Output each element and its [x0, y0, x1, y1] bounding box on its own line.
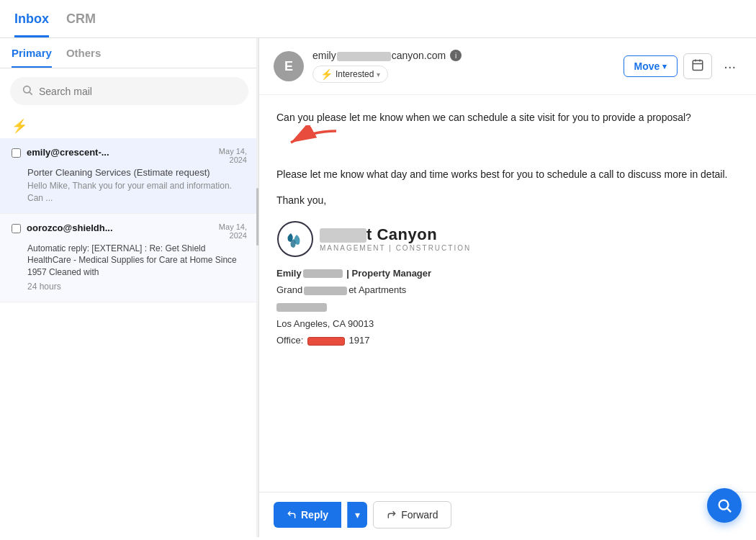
- move-button-label: Move: [634, 60, 660, 72]
- badge-chevron-icon: ▾: [377, 71, 380, 78]
- svg-line-9: [727, 508, 731, 512]
- status-badge-row: ⚡ Interested ▾: [312, 66, 615, 83]
- signer-office: Office: 1917: [276, 332, 739, 348]
- email-content: E emilycanyon.com i ⚡ Interested ▾: [259, 38, 756, 537]
- email-date-1: May 14, 2024: [219, 147, 247, 164]
- scroll-indicator: [256, 38, 258, 537]
- email-list: emily@crescent-... May 14, 2024 Porter C…: [0, 138, 258, 537]
- signature-details: Emily | Property Manager Grandet Apartme…: [276, 265, 739, 349]
- email-item-2[interactable]: oorozco@shieldh... May 14, 2024 Automati…: [0, 214, 258, 302]
- reply-bar: Reply ▾ Forward: [259, 492, 756, 537]
- svg-rect-2: [693, 60, 703, 71]
- tab-crm[interactable]: CRM: [66, 12, 96, 37]
- tab-inbox[interactable]: Inbox: [14, 12, 49, 37]
- top-navigation: Inbox CRM: [0, 0, 756, 38]
- reply-button-label: Reply: [301, 509, 328, 521]
- sidebar-tab-primary[interactable]: Primary: [12, 47, 52, 68]
- signer-name: Emily | Property Manager: [276, 268, 431, 279]
- company-logo-icon: [276, 220, 314, 258]
- forward-button[interactable]: Forward: [373, 501, 451, 528]
- sidebar-tabs: Primary Others: [0, 38, 258, 68]
- fab-search-button[interactable]: [707, 488, 742, 523]
- svg-line-1: [30, 92, 32, 95]
- red-arrow-annotation: [282, 125, 340, 156]
- email-subject-2: Automatic reply: [EXTERNAL] : Re: Get Sh…: [27, 243, 247, 279]
- email-preview-1: Hello Mike, Thank you for your email and…: [27, 180, 247, 204]
- calendar-button[interactable]: [683, 53, 712, 79]
- email-date-2: May 14, 2024: [219, 222, 247, 240]
- forward-button-label: Forward: [401, 509, 438, 521]
- scroll-thumb[interactable]: [256, 188, 258, 246]
- lightning-row: ⚡: [0, 114, 258, 138]
- lightning-bolt-icon: ⚡: [12, 118, 27, 134]
- move-button[interactable]: Move ▾: [624, 55, 678, 77]
- email-sender-1: emily@crescent-...: [27, 147, 213, 158]
- sidebar-tab-others[interactable]: Others: [66, 47, 101, 68]
- email-preview-2: 24 hours: [27, 281, 247, 293]
- search-bar: [10, 77, 248, 105]
- reply-button[interactable]: Reply: [274, 502, 341, 528]
- email-body-paragraph-3: Thank you,: [276, 192, 739, 208]
- email-header-actions: Move ▾ ···: [624, 53, 742, 79]
- email-body: Can you please let me know when we can s…: [259, 95, 756, 492]
- main-layout: Primary Others ⚡ emily@crescent-...: [0, 38, 756, 537]
- move-chevron-icon: ▾: [662, 62, 667, 71]
- search-icon: [22, 84, 33, 98]
- email-detail-header: E emilycanyon.com i ⚡ Interested ▾: [259, 38, 756, 95]
- email-sender-2: oorozco@shieldh...: [27, 222, 213, 233]
- email-checkbox-2[interactable]: [12, 224, 21, 233]
- avatar: E: [274, 51, 304, 81]
- reply-dropdown-chevron-icon: ▾: [355, 509, 360, 521]
- sidebar: Primary Others ⚡ emily@crescent-...: [0, 38, 259, 537]
- more-options-button[interactable]: ···: [718, 55, 742, 78]
- email-from-address: emilycanyon.com: [312, 50, 446, 61]
- email-subject-1: Porter Cleaning Services (Estimate reque…: [27, 167, 247, 178]
- signature-logo: t Canyon MANAGEMENT | CONSTRUCTION: [276, 220, 739, 258]
- logo-text-block: t Canyon MANAGEMENT | CONSTRUCTION: [320, 225, 471, 252]
- status-badge-label: Interested: [336, 69, 374, 79]
- email-checkbox-1[interactable]: [12, 148, 21, 158]
- reply-dropdown-button[interactable]: ▾: [347, 502, 367, 528]
- signer-city: Los Angeles, CA 90013: [276, 315, 739, 332]
- reply-icon: [287, 510, 297, 520]
- email-from-row: emilycanyon.com i: [312, 50, 615, 61]
- signature-block: t Canyon MANAGEMENT | CONSTRUCTION Emily…: [276, 220, 739, 349]
- company-name: t Canyon: [320, 225, 471, 244]
- search-input[interactable]: [39, 86, 237, 97]
- email-header-info: emilycanyon.com i ⚡ Interested ▾: [312, 50, 615, 83]
- badge-lightning-icon: ⚡: [320, 68, 333, 80]
- svg-point-0: [24, 86, 30, 93]
- info-icon[interactable]: i: [450, 50, 462, 61]
- status-badge[interactable]: ⚡ Interested ▾: [312, 66, 388, 83]
- company-subtitle: MANAGEMENT | CONSTRUCTION: [320, 244, 471, 252]
- signer-company-line: Grandet Apartments: [276, 284, 406, 295]
- email-body-paragraph-2: Please let me know what day and time wor…: [276, 166, 739, 182]
- svg-point-8: [719, 500, 729, 510]
- email-item-1[interactable]: emily@crescent-... May 14, 2024 Porter C…: [0, 138, 258, 214]
- forward-icon: [387, 510, 397, 520]
- email-body-paragraph-1: Can you please let me know when we can s…: [276, 109, 739, 156]
